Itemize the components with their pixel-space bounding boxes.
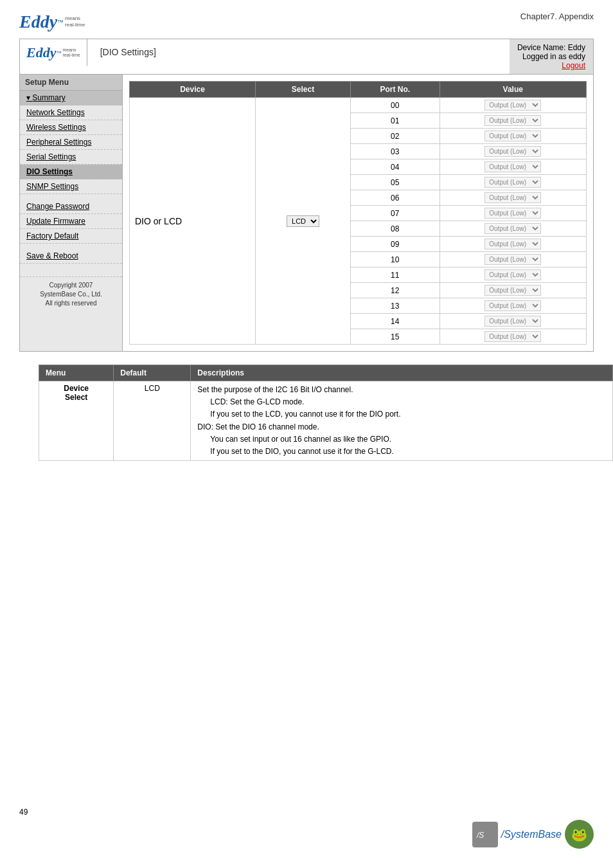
value-select[interactable]: Output (Low) [484, 192, 541, 203]
logged-in: Logged in as eddy [517, 52, 585, 61]
port-number: 04 [351, 159, 440, 175]
sidebar-item-summary[interactable]: ▾ Summary [20, 91, 122, 105]
page-header: Eddy ™ means real-time Chapter7. Appendi… [0, 0, 613, 39]
port-value[interactable]: Output (Low) [440, 329, 586, 345]
sidebar: Setup Menu ▾ Summary Network Settings Wi… [20, 75, 123, 351]
value-select[interactable]: Output (Low) [484, 146, 541, 157]
value-select[interactable]: Output (Low) [484, 331, 541, 342]
port-number: 07 [351, 206, 440, 221]
sidebar-separator-3 [20, 264, 122, 276]
port-number: 09 [351, 237, 440, 252]
value-select[interactable]: Output (Low) [484, 239, 541, 249]
panel-logo-subtitle: means real-time [62, 48, 80, 59]
chapter-info: Chapter7. Appendix [520, 12, 594, 21]
value-select[interactable]: Output (Low) [484, 285, 541, 296]
port-number: 08 [351, 221, 440, 237]
sidebar-item-serial[interactable]: Serial Settings [20, 150, 122, 165]
panel-device-info: Device Name: Eddy Logged in as eddy Logo… [510, 39, 593, 74]
value-select[interactable]: Output (Low) [484, 177, 541, 188]
port-value[interactable]: Output (Low) [440, 314, 586, 329]
footer-logo: /S /SystemBase 🐸 [472, 820, 594, 849]
value-select[interactable]: Output (Low) [484, 100, 541, 111]
logo-text: Eddy [19, 12, 57, 32]
port-number: 14 [351, 314, 440, 329]
value-select[interactable]: Output (Low) [484, 208, 541, 219]
panel-logo: Eddy ™ means real-time [20, 39, 87, 66]
col-port: Port No. [351, 82, 440, 98]
value-select[interactable]: Output (Low) [484, 300, 541, 311]
sidebar-separator-2 [20, 244, 122, 249]
port-number: 00 [351, 98, 440, 113]
main-panel: Eddy ™ means real-time [DIO Settings] De… [19, 39, 594, 352]
page-number: 49 [19, 808, 28, 817]
port-value[interactable]: Output (Low) [440, 252, 586, 267]
panel-body: Setup Menu ▾ Summary Network Settings Wi… [20, 75, 593, 351]
port-number: 12 [351, 283, 440, 298]
port-value[interactable]: Output (Low) [440, 267, 586, 283]
lcd-dio-select[interactable]: LCD [287, 215, 319, 227]
value-select[interactable]: Output (Low) [484, 269, 541, 280]
port-value[interactable]: Output (Low) [440, 113, 586, 129]
device-name: Device Name: Eddy [517, 43, 585, 52]
port-value[interactable]: Output (Low) [440, 98, 586, 113]
sidebar-item-dio[interactable]: DIO Settings [20, 165, 122, 179]
port-value[interactable]: Output (Low) [440, 144, 586, 159]
value-select[interactable]: Output (Low) [484, 254, 541, 265]
description-section: Menu Default Descriptions DeviceSelectLC… [0, 365, 613, 461]
logo: Eddy ™ means real-time [19, 12, 85, 32]
sidebar-item-wireless[interactable]: Wireless Settings [20, 120, 122, 135]
port-number: 10 [351, 252, 440, 267]
sidebar-item-save-reboot[interactable]: Save & Reboot [20, 249, 122, 264]
sidebar-copyright: Copyright 2007 SystemBase Co., Ltd. All … [20, 276, 122, 312]
port-value[interactable]: Output (Low) [440, 237, 586, 252]
desc-header-default: Default [114, 365, 191, 381]
sidebar-item-factory-default[interactable]: Factory Default [20, 229, 122, 244]
svg-text:/S: /S [476, 831, 484, 840]
port-number: 05 [351, 175, 440, 190]
col-value: Value [440, 82, 586, 98]
panel-logo-tm: ™ [56, 50, 61, 56]
table-row: DIO or LCDLCD00Output (Low) [130, 98, 587, 113]
desc-header-menu: Menu [39, 365, 114, 381]
port-number: 11 [351, 267, 440, 283]
sidebar-item-change-password[interactable]: Change Password [20, 199, 122, 214]
port-value[interactable]: Output (Low) [440, 221, 586, 237]
port-number: 15 [351, 329, 440, 345]
port-number: 03 [351, 144, 440, 159]
port-value[interactable]: Output (Low) [440, 190, 586, 206]
sidebar-item-network[interactable]: Network Settings [20, 105, 122, 120]
descriptions-cell: Set the purpose of the I2C 16 Bit I/O ch… [191, 381, 613, 461]
value-select[interactable]: Output (Low) [484, 131, 541, 141]
value-select[interactable]: Output (Low) [484, 223, 541, 234]
panel-title: [DIO Settings] [87, 39, 510, 65]
frog-icon: 🐸 [565, 820, 594, 849]
port-value[interactable]: Output (Low) [440, 129, 586, 144]
sidebar-item-peripheral[interactable]: Peripheral Settings [20, 135, 122, 150]
panel-header: Eddy ™ means real-time [DIO Settings] De… [20, 39, 593, 75]
setup-menu-title: Setup Menu [20, 75, 122, 91]
col-device: Device [130, 82, 256, 98]
port-value[interactable]: Output (Low) [440, 175, 586, 190]
select-cell[interactable]: LCD [256, 98, 351, 345]
content-area: Device Select Port No. Value DIO or LCDL… [123, 75, 593, 351]
value-select[interactable]: Output (Low) [484, 316, 541, 327]
port-number: 13 [351, 298, 440, 314]
sidebar-item-update-firmware[interactable]: Update Firmware [20, 214, 122, 229]
value-select[interactable]: Output (Low) [484, 115, 541, 126]
port-number: 01 [351, 113, 440, 129]
logout-link[interactable]: Logout [517, 61, 585, 70]
systembase-text: /SystemBase [501, 829, 562, 840]
systembase-icon: /S [472, 822, 498, 847]
value-select[interactable]: Output (Low) [484, 161, 541, 172]
dio-settings-table: Device Select Port No. Value DIO or LCDL… [129, 81, 587, 345]
description-table: Menu Default Descriptions DeviceSelectLC… [39, 365, 613, 461]
logo-tm: ™ [57, 19, 64, 26]
port-value[interactable]: Output (Low) [440, 298, 586, 314]
sidebar-item-snmp[interactable]: SNMP Settings [20, 179, 122, 194]
port-value[interactable]: Output (Low) [440, 159, 586, 175]
device-label-cell: DIO or LCD [130, 98, 256, 345]
sidebar-separator-1 [20, 194, 122, 199]
desc-header-descriptions: Descriptions [191, 365, 613, 381]
port-value[interactable]: Output (Low) [440, 206, 586, 221]
port-value[interactable]: Output (Low) [440, 283, 586, 298]
